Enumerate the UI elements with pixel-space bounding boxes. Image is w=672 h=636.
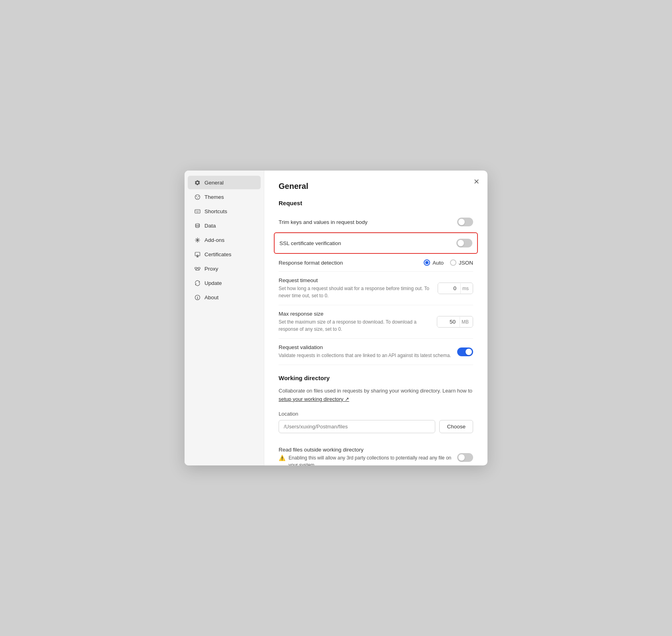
location-label: Location bbox=[279, 411, 473, 417]
request-timeout-input-wrap: 0 ms bbox=[438, 283, 473, 294]
info-icon bbox=[194, 294, 200, 300]
sidebar-item-themes-label: Themes bbox=[204, 194, 224, 200]
main-content: General Request Trim keys and values in … bbox=[264, 171, 487, 465]
request-timeout-desc: Set how long a request should wait for a… bbox=[279, 285, 438, 299]
max-response-size-label: Max response size bbox=[279, 311, 437, 317]
svg-rect-11 bbox=[195, 252, 200, 256]
svg-point-2 bbox=[198, 196, 199, 197]
trim-keys-label: Trim keys and values in request body bbox=[279, 219, 457, 225]
svg-point-1 bbox=[196, 196, 197, 197]
request-section-heading: Request bbox=[279, 200, 473, 206]
warning-row: ⚠️ Enabling this will allow any 3rd part… bbox=[279, 454, 457, 465]
svg-rect-4 bbox=[195, 210, 200, 213]
working-directory-desc-text: Collaborate on files used in requests by… bbox=[279, 388, 472, 394]
svg-point-0 bbox=[195, 194, 200, 199]
working-directory-heading: Working directory bbox=[279, 375, 473, 381]
sidebar-item-certificates[interactable]: Certificates bbox=[188, 247, 261, 261]
request-validation-toggle[interactable] bbox=[457, 347, 473, 356]
choose-button[interactable]: Choose bbox=[439, 420, 473, 433]
radio-json-circle bbox=[450, 259, 456, 266]
sidebar-item-data[interactable]: Data bbox=[188, 219, 261, 232]
sidebar-item-data-label: Data bbox=[204, 223, 216, 229]
svg-point-10 bbox=[195, 224, 199, 225]
trim-keys-slider bbox=[457, 218, 473, 226]
sidebar-item-addons[interactable]: Add-ons bbox=[188, 233, 261, 247]
read-files-toggle[interactable] bbox=[457, 453, 473, 462]
close-button[interactable]: ✕ bbox=[471, 176, 482, 187]
response-format-row: Response format detection Auto JSON bbox=[279, 254, 473, 272]
sidebar-item-update[interactable]: Update bbox=[188, 276, 261, 290]
ssl-verification-slider bbox=[456, 239, 472, 247]
read-files-label: Read files outside working directory bbox=[279, 447, 457, 453]
radio-auto-label: Auto bbox=[432, 260, 444, 266]
settings-modal: ✕ General Themes bbox=[185, 171, 487, 465]
location-row: Choose bbox=[279, 420, 473, 433]
sidebar-item-addons-label: Add-ons bbox=[204, 237, 224, 243]
sidebar-item-update-label: Update bbox=[204, 280, 222, 286]
max-response-size-input[interactable]: 50 bbox=[437, 316, 460, 327]
ssl-verification-label: SSL certificate verification bbox=[279, 240, 456, 246]
response-format-label: Response format detection bbox=[279, 260, 424, 266]
working-directory-link[interactable]: setup your working directory ↗ bbox=[279, 396, 349, 402]
svg-rect-16 bbox=[195, 267, 197, 269]
location-input[interactable] bbox=[279, 420, 435, 433]
keyboard-icon bbox=[194, 208, 200, 214]
sidebar-item-proxy-label: Proxy bbox=[204, 266, 218, 272]
max-response-size-row: Max response size Set the maximum size o… bbox=[279, 305, 473, 339]
sidebar-item-certificates-label: Certificates bbox=[204, 251, 232, 257]
svg-point-3 bbox=[197, 198, 198, 198]
sidebar-item-about-label: About bbox=[204, 294, 218, 300]
sidebar: General Themes bbox=[185, 171, 264, 465]
radio-json[interactable]: JSON bbox=[450, 259, 473, 266]
svg-point-24 bbox=[197, 296, 197, 296]
max-response-size-desc: Set the maximum size of a response to do… bbox=[279, 318, 437, 333]
sidebar-item-general[interactable]: General bbox=[188, 176, 261, 189]
max-response-size-unit: MB bbox=[460, 317, 473, 327]
warning-icon: ⚠️ bbox=[279, 455, 285, 461]
sparkle-icon bbox=[194, 237, 200, 243]
read-files-row: Read files outside working directory ⚠️ … bbox=[279, 441, 473, 465]
sidebar-item-about[interactable]: About bbox=[188, 291, 261, 304]
trim-keys-toggle[interactable] bbox=[457, 218, 473, 226]
request-validation-label: Request validation bbox=[279, 344, 457, 350]
trim-keys-row: Trim keys and values in request body bbox=[279, 212, 473, 232]
sidebar-item-shortcuts[interactable]: Shortcuts bbox=[188, 204, 261, 218]
request-validation-desc: Validate requests in collections that ar… bbox=[279, 352, 457, 359]
request-validation-row: Request validation Validate requests in … bbox=[279, 339, 473, 365]
gear-icon bbox=[194, 179, 200, 186]
radio-auto-circle bbox=[424, 259, 430, 266]
ssl-verification-row: SSL certificate verification bbox=[274, 232, 478, 254]
sidebar-item-proxy[interactable]: Proxy bbox=[188, 262, 261, 275]
radio-json-label: JSON bbox=[459, 260, 473, 266]
database-icon bbox=[194, 222, 200, 229]
max-response-size-input-wrap: 50 MB bbox=[437, 316, 473, 328]
working-directory-section: Working directory Collaborate on files u… bbox=[279, 375, 473, 465]
certificate-icon bbox=[194, 251, 200, 257]
request-timeout-unit: ms bbox=[460, 283, 473, 294]
palette-icon bbox=[194, 194, 200, 200]
svg-rect-17 bbox=[198, 267, 200, 269]
proxy-icon bbox=[194, 265, 200, 272]
response-format-radio-group: Auto JSON bbox=[424, 259, 473, 266]
update-icon bbox=[194, 280, 200, 286]
warning-text: Enabling this will allow any 3rd party c… bbox=[289, 454, 457, 465]
sidebar-item-shortcuts-label: Shortcuts bbox=[204, 208, 227, 214]
page-title: General bbox=[279, 182, 473, 191]
radio-auto[interactable]: Auto bbox=[424, 259, 444, 266]
sidebar-item-general-label: General bbox=[204, 180, 224, 186]
ssl-verification-toggle[interactable] bbox=[456, 239, 472, 247]
request-timeout-row: Request timeout Set how long a request s… bbox=[279, 272, 473, 305]
read-files-slider bbox=[457, 453, 473, 462]
request-timeout-input[interactable]: 0 bbox=[438, 283, 460, 294]
request-timeout-label: Request timeout bbox=[279, 277, 438, 283]
request-validation-slider bbox=[457, 347, 473, 356]
sidebar-item-themes[interactable]: Themes bbox=[188, 190, 261, 204]
working-directory-desc: Collaborate on files used in requests by… bbox=[279, 387, 473, 404]
